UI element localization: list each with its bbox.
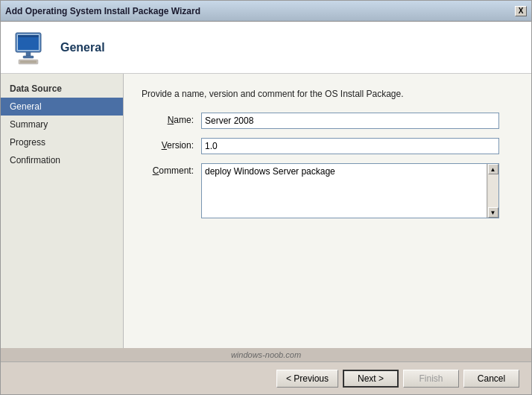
svg-rect-5 [23,56,34,58]
scrollbar-track [488,174,498,207]
sidebar-item-general[interactable]: General [1,98,123,116]
next-button[interactable]: Next > [343,370,399,388]
name-row: Name: [142,113,513,129]
comment-label: Comment: [142,163,201,176]
name-label: Name: [142,113,201,125]
svg-rect-4 [26,52,31,56]
previous-button[interactable]: < Previous [276,370,338,388]
finish-button[interactable]: Finish [403,370,459,388]
cancel-button[interactable]: Cancel [463,370,519,388]
comment-textarea-wrapper: ▲ ▼ [201,163,499,218]
svg-rect-7 [20,60,37,63]
comment-row: Comment: ▲ ▼ [142,163,513,218]
scrollbar-up-button[interactable]: ▲ [488,164,498,174]
sidebar-item-data-source: Data Source [1,80,123,98]
close-button[interactable]: X [515,6,527,16]
wizard-body: Data Source General Summary Progress Con… [1,74,531,348]
svg-rect-3 [18,35,39,37]
scrollbar-down-button[interactable]: ▼ [488,207,498,218]
wizard-main: Provide a name, version and comment for … [124,74,531,348]
textarea-scrollbar: ▲ ▼ [487,164,498,218]
instruction-text: Provide a name, version and comment for … [142,89,513,99]
title-bar-text: Add Operating System Install Package Wiz… [5,6,200,16]
wizard-footer: < Previous Next > Finish Cancel [1,361,531,394]
wizard-header-title: General [60,41,105,54]
sidebar-item-confirmation[interactable]: Confirmation [1,151,123,169]
version-label: Version: [142,138,201,151]
sidebar-item-progress[interactable]: Progress [1,133,123,151]
comment-textarea[interactable] [202,164,487,218]
version-row: Version: [142,138,513,154]
version-input[interactable] [201,138,499,154]
name-input[interactable] [201,113,499,129]
sidebar-item-summary[interactable]: Summary [1,116,123,133]
wizard-dialog: Add Operating System Install Package Wiz… [0,0,532,395]
computer-icon [13,30,48,66]
watermark: windows-noob.com [1,348,531,361]
wizard-sidebar: Data Source General Summary Progress Con… [1,74,124,348]
wizard-header: General [1,22,531,74]
title-bar: Add Operating System Install Package Wiz… [1,1,531,22]
